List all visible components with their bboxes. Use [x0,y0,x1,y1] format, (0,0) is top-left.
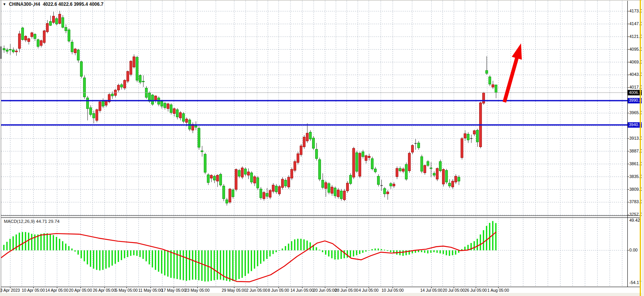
bear-candle [225,200,228,203]
bear-candle [328,183,330,192]
macd-histogram-bar [217,250,218,280]
bear-candle [250,173,253,182]
macd-histogram-bar [285,246,286,250]
macd-histogram-bar [486,226,487,250]
macd-histogram-bar [179,250,181,280]
bear-candle [120,85,123,87]
date-label: 14 Apr 05:00 [45,288,68,293]
ohlc-values: 4022.6 4022.6 3995.4 4006.7 [43,2,104,7]
candlestick-chart[interactable]: 4173.04147.04121.04095.04069.04043.04017… [0,0,644,296]
macd-histogram-bar [278,250,280,251]
macd-histogram-bar [303,240,304,250]
macd-histogram-bar [130,250,131,256]
macd-histogram-bar [309,242,311,250]
date-label: 17 May 05:00 [161,288,186,293]
macd-histogram-bar [272,250,273,254]
bull-candle [424,166,426,173]
macd-histogram-bar [6,242,7,250]
macd-histogram-bar [195,250,196,280]
bull-candle [337,190,339,197]
bull-candle [241,168,243,177]
macd-histogram-bar [127,250,128,257]
bear-candle [312,138,314,149]
date-label: 20 Jun 05:00 [313,288,337,293]
bull-candle [482,93,485,103]
bear-candle [260,189,262,198]
macd-histogram-bar [121,250,122,260]
macd-histogram-bar [214,250,215,280]
bull-candle [96,110,98,120]
bull-candle [461,139,463,157]
macd-histogram-bar [90,250,91,267]
macd-histogram-bar [3,245,4,250]
bear-candle [266,193,268,197]
macd-histogram-bar [316,247,317,250]
macd-histogram-bar [439,250,441,253]
bull-candle [278,186,280,194]
macd-histogram-bar [337,250,338,260]
bull-candle [235,169,237,190]
bull-candle [126,72,129,81]
macd-histogram-bar [43,233,44,250]
macd-histogram-bar [84,250,85,261]
symbol-dropdown-icon[interactable]: ▼ [3,3,6,6]
bear-candle [176,110,178,117]
bear-candle [355,153,358,171]
macd-histogram-bar [71,248,72,250]
macd-histogram-bar [74,250,75,252]
bear-candle [68,30,70,41]
macd-histogram-bar [40,234,41,250]
bull-candle [130,61,132,74]
bull-candle [368,156,370,158]
macd-histogram-bar [59,239,60,250]
bear-candle [102,101,104,106]
bear-candle [318,159,321,179]
date-label: 20 Apr 05:00 [69,288,92,293]
macd-histogram-bar [12,236,14,250]
macd-histogram-bar [189,250,190,280]
macd-histogram-bar [269,250,270,257]
macd-histogram-bar [331,250,332,258]
bull-candle [402,169,404,171]
symbol-title: ▼CHINA300-,H44022.6 4022.6 3995.4 4006.7 [3,2,103,7]
date-label: 1 Aug 05:00 [487,288,509,293]
macd-histogram-bar [266,250,267,259]
macd-histogram-bar [164,250,165,275]
bull-candle [365,156,367,161]
bull-candle [123,80,126,88]
macd-histogram-bar [473,241,475,250]
bear-candle [37,39,39,46]
macd-histogram-bar [133,250,134,255]
bull-candle [473,131,475,134]
macd-histogram-bar [108,250,109,267]
bear-candle [439,161,441,171]
bear-candle [65,27,67,31]
bear-candle [136,57,138,80]
bear-candle [232,190,234,197]
bull-candle [43,31,45,43]
macd-histogram-bar [359,250,360,254]
bull-candle [442,169,444,184]
bull-candle [52,16,55,22]
bull-candle [46,24,48,32]
macd-histogram-bar [241,250,243,278]
macd-histogram-bar [102,250,103,270]
bull-candle [436,168,438,179]
time-axis[interactable]: 3 Apr 202310 Apr 05:0014 Apr 05:0020 Apr… [0,287,509,293]
bull-candle [18,34,20,48]
bear-candle [86,98,89,109]
bull-candle [294,161,296,170]
bear-candle [399,168,401,171]
bull-candle [408,153,410,171]
bull-candle [464,133,466,138]
bull-candle [24,36,27,40]
bull-candle [269,190,271,197]
macd-histogram-bar [306,241,307,250]
macd-histogram-bar [201,250,202,281]
date-label: 28 Jun 05:00 [335,288,359,293]
macd-histogram-bar [365,250,366,252]
bear-candle [182,113,184,121]
bull-candle [27,39,30,42]
macd-histogram-bar [477,239,478,250]
macd-histogram-bar [105,250,106,269]
